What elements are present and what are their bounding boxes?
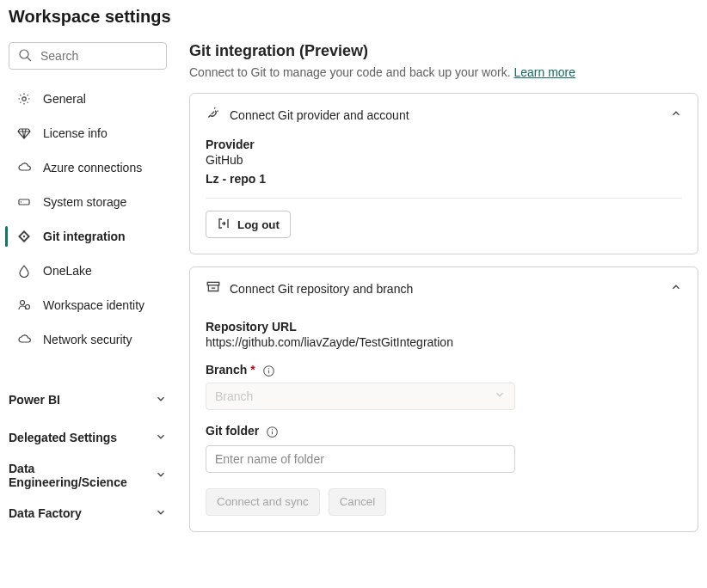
provider-label: Provider [206, 138, 682, 151]
main-content: Git integration (Preview) Connect to Git… [189, 42, 698, 544]
chevron-down-icon [155, 469, 167, 483]
provider-value: GitHub [206, 153, 682, 167]
sidebar-item-onelake[interactable]: OneLake [9, 254, 167, 288]
chevron-down-icon [155, 431, 167, 445]
branch-label-row: Branch* [206, 363, 682, 377]
svg-point-14 [272, 429, 273, 430]
info-icon[interactable] [266, 426, 279, 438]
search-icon [18, 48, 32, 64]
svg-point-2 [22, 97, 26, 101]
sidebar-item-general[interactable]: General [9, 82, 167, 116]
sidebar-section-data-eng[interactable]: Data Engineering/Science [9, 456, 167, 494]
sidebar-item-label: Network security [43, 333, 132, 346]
sidebar-item-label: Azure connections [43, 161, 142, 175]
card-git-repo: Connect Git repository and branch Reposi… [189, 266, 698, 532]
chevron-down-icon [494, 389, 506, 403]
cloud-shield-icon [15, 333, 33, 346]
page-title: Workspace settings [9, 7, 698, 27]
main-title: Git integration (Preview) [189, 42, 698, 60]
sidebar-item-label: OneLake [43, 264, 92, 278]
chevron-down-icon [155, 506, 167, 521]
sidebar-section-label: Data Engineering/Science [9, 462, 155, 489]
git-icon [15, 230, 33, 243]
sidebar-section-label: Delegated Settings [9, 431, 117, 444]
sidebar-item-git[interactable]: Git integration [9, 219, 167, 254]
svg-point-11 [267, 368, 268, 369]
logout-button[interactable]: Log out [206, 211, 291, 238]
sidebar-item-label: General [43, 92, 86, 106]
sidebar-item-label: Git integration [43, 230, 126, 243]
branch-select[interactable]: Branch [206, 383, 515, 410]
chevron-down-icon [155, 393, 167, 407]
sidebar-section-label: Data Factory [9, 506, 82, 520]
svg-point-0 [20, 50, 28, 58]
sidebar-item-label: Workspace identity [43, 298, 144, 312]
onelake-icon [15, 264, 33, 278]
sidebar-item-storage[interactable]: System storage [9, 185, 167, 219]
repo-url-label: Repository URL [206, 320, 682, 334]
card-title: Connect Git provider and account [230, 108, 409, 122]
connect-sync-button[interactable]: Connect and sync [206, 488, 320, 516]
sidebar-section-delegated[interactable]: Delegated Settings [9, 419, 167, 456]
info-icon[interactable] [262, 364, 275, 377]
search-input[interactable] [39, 48, 193, 64]
archive-icon [206, 279, 221, 297]
sidebar-section-powerbi[interactable]: Power BI [9, 381, 167, 419]
sidebar-section-label: Power BI [9, 393, 60, 407]
svg-point-4 [21, 201, 22, 202]
git-folder-input[interactable] [206, 445, 515, 473]
search-field[interactable] [9, 42, 167, 70]
sidebar-section-data-factory[interactable]: Data Factory [9, 494, 167, 532]
sidebar-item-label: License info [43, 126, 108, 140]
cloud-link-icon [15, 161, 33, 175]
plug-icon [206, 106, 221, 124]
required-mark: * [250, 363, 255, 377]
storage-icon [15, 195, 33, 209]
card-title: Connect Git repository and branch [230, 282, 413, 296]
identity-icon [15, 298, 33, 312]
branch-label: Branch [206, 363, 247, 377]
cancel-button[interactable]: Cancel [329, 488, 387, 516]
folder-label-row: Git folder [206, 424, 682, 438]
svg-rect-8 [207, 282, 219, 285]
chevron-up-icon[interactable] [670, 107, 682, 122]
svg-point-5 [23, 236, 25, 237]
svg-point-7 [26, 305, 30, 309]
card-git-provider: Connect Git provider and account Provide… [189, 93, 698, 254]
repo-url-value: https://github.com/liavZayde/TestGitInte… [206, 335, 682, 349]
gear-icon [15, 92, 33, 106]
learn-more-link[interactable]: Learn more [513, 65, 575, 79]
svg-point-6 [21, 301, 25, 305]
logout-label: Log out [237, 218, 280, 231]
folder-label: Git folder [206, 424, 259, 438]
sidebar-item-identity[interactable]: Workspace identity [9, 288, 167, 322]
main-subtitle: Connect to Git to manage your code and b… [189, 65, 698, 79]
diamond-icon [15, 126, 33, 140]
logout-icon [217, 217, 231, 233]
sidebar-item-azure[interactable]: Azure connections [9, 150, 167, 185]
sidebar-item-label: System storage [43, 195, 126, 209]
sidebar: General License info Azure connections [9, 42, 167, 544]
chevron-up-icon[interactable] [670, 281, 682, 296]
svg-rect-3 [19, 199, 29, 205]
sidebar-item-license[interactable]: License info [9, 116, 167, 150]
svg-line-1 [28, 58, 31, 61]
account-value: Lz - repo 1 [206, 172, 682, 186]
sidebar-item-network[interactable]: Network security [9, 322, 167, 357]
branch-placeholder: Branch [215, 389, 253, 403]
